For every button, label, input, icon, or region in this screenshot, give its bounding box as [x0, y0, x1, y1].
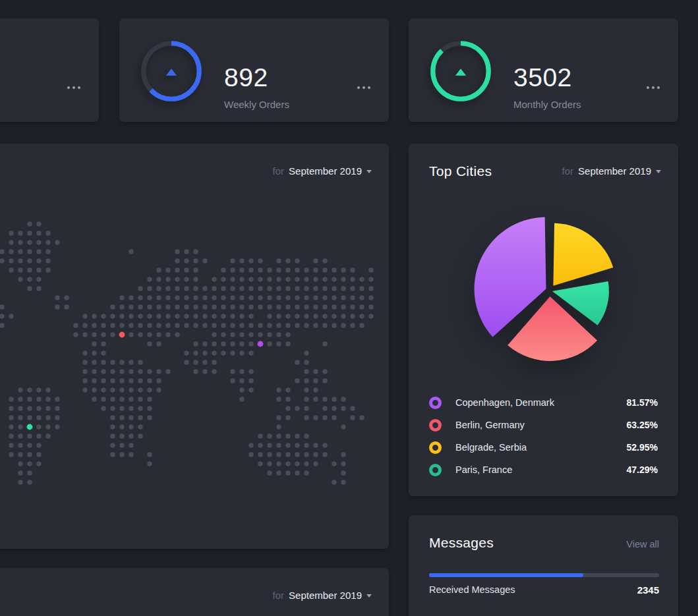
caret-down-icon: [366, 594, 372, 598]
red-ring-icon: [429, 419, 442, 432]
world-map-card: for September 2019: [0, 144, 389, 549]
legend-percent: 63.25%: [627, 420, 658, 430]
more-options-icon[interactable]: [357, 86, 370, 89]
green-ring-icon: [429, 464, 442, 476]
dotted-world-map: [0, 144, 389, 549]
monthly-orders-label: Monthly Orders: [513, 99, 581, 110]
filter-value: September 2019: [289, 590, 362, 601]
messages-row-value: 2345: [637, 584, 659, 596]
more-options-icon[interactable]: [647, 86, 660, 89]
legend-label: Paris, France: [455, 464, 512, 475]
weekly-orders-progress-ring: [140, 40, 203, 103]
legend-percent: 81.57%: [627, 397, 658, 408]
legend-row-paris[interactable]: Paris, France 47.29%: [429, 459, 658, 481]
messages-card: Messages View all Received Messages 2345: [409, 515, 678, 616]
more-options-icon[interactable]: [67, 86, 80, 89]
legend-percent: 52.95%: [627, 442, 658, 453]
caret-down-icon: [656, 170, 661, 173]
messages-row-label: Received Messages: [429, 584, 515, 596]
bottom-card-month-filter[interactable]: for September 2019: [273, 590, 372, 601]
filter-prefix: for: [562, 165, 574, 177]
weekly-orders-label: Weekly Orders: [224, 99, 289, 110]
top-cities-month-filter[interactable]: for September 2019: [562, 165, 661, 177]
messages-row: Received Messages 2345: [429, 584, 659, 596]
monthly-orders-value: 3502: [513, 65, 581, 90]
legend-row-belgrade[interactable]: Belgrade, Serbia 52.95%: [429, 436, 658, 459]
dashboard-page: 892 Weekly Orders 3502 Monthly Orders fo…: [0, 0, 698, 616]
stat-card-weekly-orders: 892 Weekly Orders: [119, 18, 389, 122]
purple-ring-icon: [429, 397, 442, 409]
legend-percent: 47.29%: [627, 464, 658, 475]
top-cities-pie-chart[interactable]: [451, 205, 649, 376]
legend-row-copenhagen[interactable]: Copenhagen, Denmark 81.57%: [429, 391, 658, 414]
filter-prefix: for: [273, 590, 285, 601]
monthly-orders-progress-ring: [429, 40, 492, 103]
legend-label: Belgrade, Serbia: [455, 442, 527, 453]
messages-progress-fill: [429, 573, 583, 577]
messages-progress-track: [429, 573, 659, 577]
bottom-left-card: for September 2019: [0, 568, 389, 616]
filter-value: September 2019: [578, 165, 651, 177]
stat-card-partial: [0, 18, 99, 122]
yellow-ring-icon: [429, 441, 442, 454]
stat-card-monthly-orders: 3502 Monthly Orders: [409, 18, 678, 122]
pie-legend: Copenhagen, Denmark 81.57% Berlin, Germa…: [429, 391, 658, 481]
view-all-link[interactable]: View all: [626, 539, 659, 549]
legend-label: Berlin, Germany: [455, 420, 525, 430]
legend-label: Copenhagen, Denmark: [455, 397, 554, 408]
legend-row-berlin[interactable]: Berlin, Germany 63.25%: [429, 414, 658, 436]
messages-title: Messages: [429, 535, 494, 551]
weekly-orders-value: 892: [224, 65, 289, 90]
top-cities-card: Top Cities for September 2019 Copenhagen…: [409, 144, 678, 496]
top-cities-title: Top Cities: [429, 163, 492, 179]
